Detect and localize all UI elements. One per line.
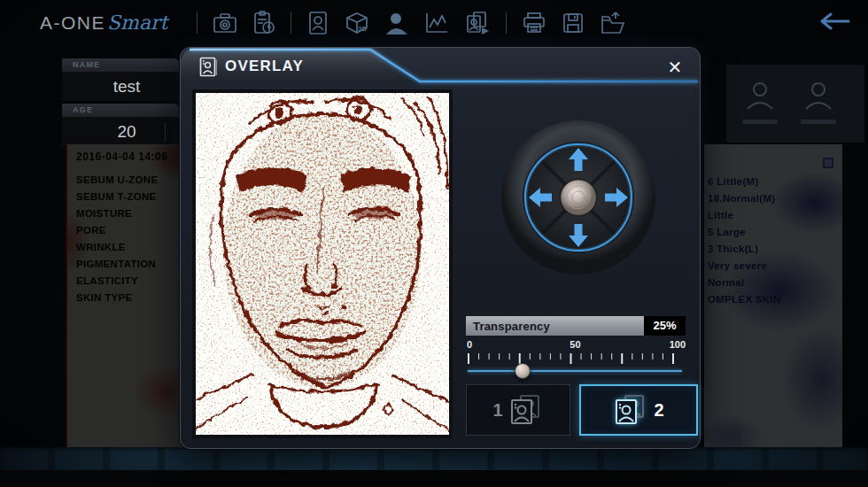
3d-view-icon[interactable]: 3D [345, 11, 369, 35]
analysis-timestamp: 2016-04-04 14:06 [76, 151, 167, 163]
name-field-value: test [62, 72, 191, 101]
tick-label-100: 100 [670, 339, 686, 350]
analysis-parameter-list: SEBUM U-ZONE SEBUM T-ZONE MOISTURE PORE … [76, 172, 158, 306]
report-clock-icon[interactable] [252, 11, 275, 35]
printer-icon[interactable] [522, 12, 546, 35]
list-item: 5 Large [708, 224, 781, 241]
toolbar-divider [291, 12, 291, 34]
app-logo: A-ONE Smart [40, 12, 167, 34]
list-item: PORE [76, 222, 158, 239]
dpad-center-knob[interactable] [561, 180, 596, 215]
overlay-title-icon [199, 57, 218, 81]
toolbar-divider [506, 12, 507, 34]
list-item: 18.Normal(M) [708, 190, 781, 207]
analysis-result-list: 6 Little(M) 18.Normal(M) Little 5 Large … [708, 174, 781, 308]
list-item: ELASTICITY [76, 273, 158, 290]
id-photo-icon[interactable] [306, 11, 329, 35]
image-button-label: 1 [492, 400, 502, 421]
list-item: SEBUM U-ZONE [76, 172, 158, 189]
list-item: 3 Thick(L) [708, 241, 781, 258]
photo-stack-icon [613, 395, 648, 425]
image-select-group: 1 2 [466, 384, 698, 436]
list-item: Very severe [708, 258, 781, 274]
list-item: WRINKLE [76, 239, 158, 256]
position-dpad [500, 119, 657, 276]
transparency-ticks [466, 352, 678, 366]
slider-track[interactable] [468, 370, 682, 372]
name-field-label: NAME [62, 58, 191, 72]
tick-label-50: 50 [570, 339, 580, 350]
list-item: SEBUM T-ZONE [76, 189, 158, 205]
thumbnail-strip[interactable] [0, 447, 868, 470]
placeholder-caption [742, 120, 778, 124]
dialog-title: OVERLAY [225, 58, 304, 75]
age-field-label: AGE [62, 104, 191, 117]
back-arrow-icon[interactable] [813, 9, 852, 34]
list-item: 6 Little(M) [708, 174, 781, 190]
overlay-dialog: OVERLAY ✕ [180, 47, 701, 449]
person-placeholder-icon [744, 79, 776, 116]
placeholder-caption [801, 120, 836, 124]
slideshow-icon[interactable] [464, 11, 491, 35]
photo-stack-icon [508, 395, 544, 425]
app-background: A-ONE Smart 3D NAME test AGE 20 2016-04-… [0, 0, 868, 487]
top-toolbar: A-ONE Smart 3D [0, 0, 868, 46]
face-analysis-icon[interactable] [384, 11, 409, 35]
list-item: SKIN TYPE [76, 290, 158, 306]
transparency-label: Transparency [466, 320, 644, 333]
logo-text-script: Smart [107, 12, 167, 34]
overlay-image-button-2[interactable]: 2 [579, 384, 698, 436]
close-icon[interactable]: ✕ [663, 55, 687, 80]
list-item: OMPLEX SKIN [708, 291, 781, 308]
tick-label-0: 0 [467, 339, 472, 350]
image-button-label: 2 [654, 400, 663, 421]
logo-text-primary: A-ONE [40, 12, 105, 34]
list-item: Little [708, 207, 781, 224]
image-placeholder-panel [726, 65, 864, 143]
list-item: PIGMENTATION [76, 256, 158, 273]
transparency-slider: 0 50 100 [466, 339, 686, 380]
checkbox-icon [823, 158, 833, 168]
graph-icon[interactable] [424, 12, 449, 35]
list-item: Normal [708, 274, 781, 291]
export-icon[interactable] [600, 12, 626, 35]
transparency-control: Transparency 25% 0 50 100 [466, 316, 686, 380]
transparency-header: Transparency 25% [466, 316, 686, 336]
age-field-divider [165, 122, 166, 142]
transparency-value: 25% [644, 316, 686, 336]
age-field-value: 20 [62, 117, 191, 146]
camera-icon[interactable] [213, 12, 237, 35]
right-analysis-image: 6 Little(M) 18.Normal(M) Little 5 Large … [704, 144, 842, 470]
transparency-thumb[interactable] [515, 363, 531, 379]
overlay-face-image [192, 89, 453, 438]
list-item: MOISTURE [76, 205, 158, 222]
bottom-edge [0, 470, 868, 487]
overlay-image-button-1[interactable]: 1 [466, 384, 570, 436]
person-placeholder-icon [802, 79, 834, 116]
save-icon[interactable] [562, 12, 585, 35]
toolbar-divider [197, 12, 198, 34]
svg-text:3D: 3D [358, 25, 367, 33]
